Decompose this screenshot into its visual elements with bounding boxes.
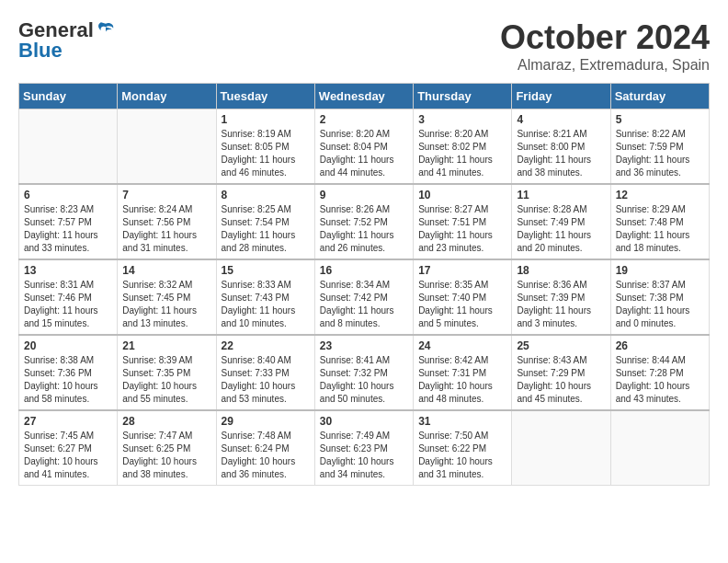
day-number: 19 [616,264,704,277]
day-info: Sunrise: 8:35 AM Sunset: 7:40 PM Dayligh… [418,279,506,330]
day-info: Sunrise: 8:34 AM Sunset: 7:42 PM Dayligh… [320,279,408,330]
calendar-cell: 31Sunrise: 7:50 AM Sunset: 6:22 PM Dayli… [414,410,512,486]
calendar-cell [512,410,610,486]
calendar-cell: 19Sunrise: 8:37 AM Sunset: 7:38 PM Dayli… [610,259,709,335]
day-number: 23 [320,339,408,352]
day-info: Sunrise: 8:41 AM Sunset: 7:32 PM Dayligh… [320,354,408,406]
day-info: Sunrise: 8:37 AM Sunset: 7:38 PM Dayligh… [616,279,704,330]
header: General Blue October 2024 Almaraz, Extre… [18,18,710,74]
day-info: Sunrise: 8:24 AM Sunset: 7:56 PM Dayligh… [122,203,210,255]
day-number: 5 [616,113,704,126]
calendar-cell: 13Sunrise: 8:31 AM Sunset: 7:46 PM Dayli… [19,259,118,335]
day-number: 27 [24,415,112,428]
day-info: Sunrise: 8:25 AM Sunset: 7:54 PM Dayligh… [222,203,310,255]
calendar-cell [118,109,216,185]
calendar-week-row: 13Sunrise: 8:31 AM Sunset: 7:46 PM Dayli… [19,259,710,335]
column-header-monday: Monday [118,84,216,109]
location: Almaraz, Extremadura, Spain [500,57,710,74]
day-info: Sunrise: 8:38 AM Sunset: 7:36 PM Dayligh… [24,354,112,406]
column-header-friday: Friday [512,84,610,109]
calendar-header-row: SundayMondayTuesdayWednesdayThursdayFrid… [19,84,710,109]
day-info: Sunrise: 8:23 AM Sunset: 7:57 PM Dayligh… [24,203,112,255]
day-info: Sunrise: 7:50 AM Sunset: 6:22 PM Dayligh… [418,430,506,481]
day-number: 20 [24,339,112,352]
day-info: Sunrise: 8:21 AM Sunset: 8:00 PM Dayligh… [517,128,605,179]
column-header-saturday: Saturday [610,84,709,109]
day-info: Sunrise: 8:27 AM Sunset: 7:51 PM Dayligh… [418,203,506,255]
calendar-cell: 18Sunrise: 8:36 AM Sunset: 7:39 PM Dayli… [512,259,610,335]
calendar-table: SundayMondayTuesdayWednesdayThursdayFrid… [18,83,710,486]
column-header-tuesday: Tuesday [216,84,314,109]
calendar-week-row: 20Sunrise: 8:38 AM Sunset: 7:36 PM Dayli… [19,335,710,410]
calendar-cell: 2Sunrise: 8:20 AM Sunset: 8:04 PM Daylig… [314,109,413,185]
day-number: 11 [517,189,605,201]
calendar-cell: 25Sunrise: 8:43 AM Sunset: 7:29 PM Dayli… [512,335,610,410]
day-info: Sunrise: 7:48 AM Sunset: 6:24 PM Dayligh… [222,430,310,481]
calendar-cell: 12Sunrise: 8:29 AM Sunset: 7:48 PM Dayli… [610,184,709,259]
calendar-cell: 22Sunrise: 8:40 AM Sunset: 7:33 PM Dayli… [216,335,314,410]
day-info: Sunrise: 8:39 AM Sunset: 7:35 PM Dayligh… [122,354,210,406]
day-info: Sunrise: 8:28 AM Sunset: 7:49 PM Dayligh… [517,203,605,255]
day-info: Sunrise: 8:29 AM Sunset: 7:48 PM Dayligh… [616,203,704,255]
day-number: 21 [122,339,210,352]
calendar-cell: 6Sunrise: 8:23 AM Sunset: 7:57 PM Daylig… [19,184,118,259]
calendar-cell: 3Sunrise: 8:20 AM Sunset: 8:02 PM Daylig… [414,109,512,185]
calendar-cell: 1Sunrise: 8:19 AM Sunset: 8:05 PM Daylig… [216,109,314,185]
calendar-cell: 24Sunrise: 8:42 AM Sunset: 7:31 PM Dayli… [414,335,512,410]
calendar-cell [610,410,709,486]
calendar-cell: 20Sunrise: 8:38 AM Sunset: 7:36 PM Dayli… [19,335,118,410]
calendar-cell: 5Sunrise: 8:22 AM Sunset: 7:59 PM Daylig… [610,109,709,185]
calendar-cell: 21Sunrise: 8:39 AM Sunset: 7:35 PM Dayli… [118,335,216,410]
calendar-week-row: 27Sunrise: 7:45 AM Sunset: 6:27 PM Dayli… [19,410,710,486]
day-info: Sunrise: 8:40 AM Sunset: 7:33 PM Dayligh… [222,354,310,406]
day-number: 8 [222,189,310,201]
calendar-cell: 23Sunrise: 8:41 AM Sunset: 7:32 PM Dayli… [314,335,413,410]
day-info: Sunrise: 8:31 AM Sunset: 7:46 PM Dayligh… [24,279,112,330]
day-number: 12 [616,189,704,201]
day-number: 15 [222,264,310,277]
day-number: 13 [24,264,112,277]
calendar-week-row: 6Sunrise: 8:23 AM Sunset: 7:57 PM Daylig… [19,184,710,259]
column-header-sunday: Sunday [19,84,118,109]
calendar-week-row: 1Sunrise: 8:19 AM Sunset: 8:05 PM Daylig… [19,109,710,185]
day-number: 6 [24,189,112,201]
day-number: 25 [517,339,605,352]
calendar-cell: 29Sunrise: 7:48 AM Sunset: 6:24 PM Dayli… [216,410,314,486]
calendar-cell: 11Sunrise: 8:28 AM Sunset: 7:49 PM Dayli… [512,184,610,259]
calendar-cell: 8Sunrise: 8:25 AM Sunset: 7:54 PM Daylig… [216,184,314,259]
column-header-wednesday: Wednesday [314,84,413,109]
calendar-cell [19,109,118,185]
day-info: Sunrise: 8:43 AM Sunset: 7:29 PM Dayligh… [517,354,605,406]
day-number: 26 [616,339,704,352]
day-number: 24 [418,339,506,352]
day-info: Sunrise: 8:20 AM Sunset: 8:04 PM Dayligh… [320,128,408,179]
calendar-cell: 9Sunrise: 8:26 AM Sunset: 7:52 PM Daylig… [314,184,413,259]
month-title: October 2024 [500,18,710,57]
day-number: 2 [320,113,408,126]
logo-blue-text: Blue [18,39,63,63]
calendar-cell: 17Sunrise: 8:35 AM Sunset: 7:40 PM Dayli… [414,259,512,335]
day-info: Sunrise: 8:42 AM Sunset: 7:31 PM Dayligh… [418,354,506,406]
day-number: 4 [517,113,605,126]
calendar-cell: 16Sunrise: 8:34 AM Sunset: 7:42 PM Dayli… [314,259,413,335]
day-info: Sunrise: 8:20 AM Sunset: 8:02 PM Dayligh… [418,128,506,179]
calendar-cell: 10Sunrise: 8:27 AM Sunset: 7:51 PM Dayli… [414,184,512,259]
day-number: 28 [122,415,210,428]
calendar-cell: 4Sunrise: 8:21 AM Sunset: 8:00 PM Daylig… [512,109,610,185]
calendar-cell: 7Sunrise: 8:24 AM Sunset: 7:56 PM Daylig… [118,184,216,259]
day-number: 14 [122,264,210,277]
title-section: October 2024 Almaraz, Extremadura, Spain [500,18,710,74]
calendar-cell: 14Sunrise: 8:32 AM Sunset: 7:45 PM Dayli… [118,259,216,335]
day-number: 31 [418,415,506,428]
day-info: Sunrise: 7:47 AM Sunset: 6:25 PM Dayligh… [122,430,210,481]
day-info: Sunrise: 8:44 AM Sunset: 7:28 PM Dayligh… [616,354,704,406]
calendar-cell: 28Sunrise: 7:47 AM Sunset: 6:25 PM Dayli… [118,410,216,486]
day-number: 7 [122,189,210,201]
day-info: Sunrise: 8:32 AM Sunset: 7:45 PM Dayligh… [122,279,210,330]
day-info: Sunrise: 7:49 AM Sunset: 6:23 PM Dayligh… [320,430,408,481]
day-number: 16 [320,264,408,277]
day-info: Sunrise: 8:19 AM Sunset: 8:05 PM Dayligh… [222,128,310,179]
column-header-thursday: Thursday [414,84,512,109]
day-info: Sunrise: 7:45 AM Sunset: 6:27 PM Dayligh… [24,430,112,481]
day-number: 18 [517,264,605,277]
